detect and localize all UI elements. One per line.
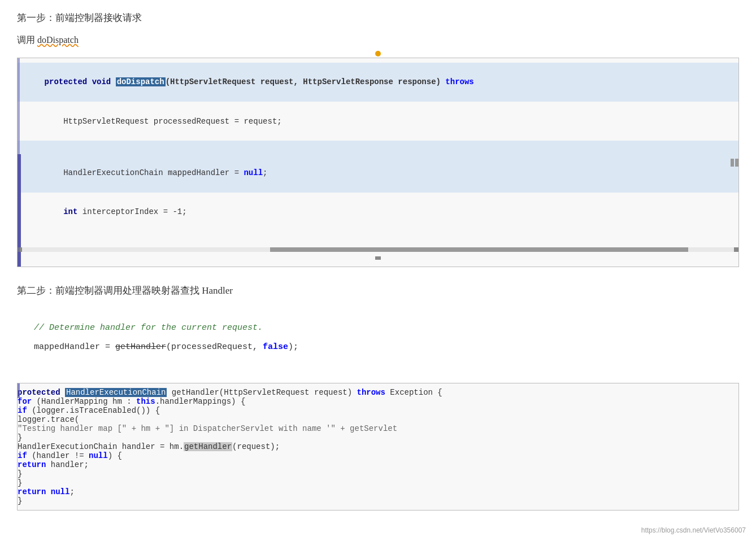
call-label: 调用 doDispatch [17,34,739,46]
handler-text2: (request); [232,442,280,451]
right-resize-handle[interactable] [735,159,738,167]
doDispatch-method: doDispatch [37,35,79,45]
resize-area [17,50,739,58]
keyword-if-1: if [18,406,32,415]
code-text-3b: ; [263,168,267,177]
keyword-void: void [92,77,116,86]
keyword-return: return [18,460,51,469]
code-line-2: HttpServletRequest processedRequest = re… [18,102,738,141]
code-line-close1: } [18,433,738,442]
code-line-first: protected HandlerExecutionChain getHandl… [18,388,738,397]
keyword-protected-2: protected [18,388,65,397]
code-line-1: protected void doDispatch(HttpServletReq… [18,63,738,102]
keyword-throws-1: throws [445,77,473,86]
code-line-if2: if (handler != null) { [18,451,738,460]
code-line-3: HandlerExecutionChain mappedHandler = nu… [18,141,738,193]
type-highlight: HandlerExecutionChain [65,388,167,397]
code-text-3a: HandlerExecutionChain mappedHandler = [45,168,244,177]
watermark: https://blog.csdn.net/VietVo356007 [641,526,746,534]
with-text: with [279,424,298,433]
brace2: } [18,469,22,478]
code-line-5 [18,232,738,245]
code-line-4: int interceptorIndex = -1; [18,193,738,232]
keyword-if-2: if [18,451,32,460]
step1-title: 第一步：前端控制器接收请求 [17,11,739,24]
left-side-marker [18,58,20,267]
call-prefix: 调用 [17,35,37,45]
method-close: ); [288,342,298,352]
method-doDispatch: doDispatch [116,77,166,86]
if-text3: ) { [108,451,122,460]
h-scrollbar-thumb[interactable] [270,247,688,252]
comment-line: // Determine handler for the current req… [34,320,722,337]
if-text1: (logger.isTraceEnabled()) { [32,406,160,415]
keyword-null-3: null [51,487,70,496]
code-line-trace: logger.trace( [18,415,738,424]
code-text-1: (HttpServletRequest request, HttpServlet… [166,77,446,86]
name-text: name '" + getServlet [298,424,397,433]
inline-code-section: // Determine handler for the current req… [17,308,739,367]
keyword-null: null [244,168,263,177]
mapped-handler-text: mappedHandler = [34,342,115,352]
step2-title: 第二步：前端控制器调用处理器映射器查找 Handler [17,284,739,297]
trace-text: logger.trace( [18,415,79,424]
keyword-false: false [263,342,288,352]
code-line-close-final: } [18,496,738,505]
right-resize-handle2[interactable] [731,159,734,167]
keyword-this: this [136,397,155,406]
semicolon: ; [69,487,74,496]
code-line-return2: return null; [18,487,738,496]
exception-text: Exception { [385,388,442,397]
keyword-for: for [18,397,37,406]
code-block-2: protected HandlerExecutionChain getHandl… [17,383,739,511]
code-line-handler: HandlerExecutionChain handler = hm.getHa… [18,442,738,451]
method-args: (processedRequest, [166,342,263,352]
code-line-if1: if (logger.isTraceEnabled()) { [18,406,738,415]
keyword-protected: protected [45,77,92,86]
h-scrollbar[interactable] [18,247,738,252]
left-marker-2 [18,383,20,398]
code-text-4: interceptorIndex = -1; [82,207,187,216]
keyword-throws-2: throws [357,388,385,397]
vertical-resize-handle[interactable] [375,51,381,56]
corner-resize[interactable] [734,247,738,252]
gethandler-text: getHandler(HttpServletRequest request) [167,388,357,397]
code-line-close2: } [18,469,738,478]
for-text2: .handlerMappings) { [155,397,246,406]
method-strikethrough: getHandler [115,342,166,352]
string-text: "Testing handler map [" + hm + "] in Dis… [18,424,279,433]
keyword-null-2: null [89,451,108,460]
code-line-close3: } [18,478,738,487]
code-line-return1: return handler; [18,460,738,469]
brace3: } [18,478,22,487]
code-text-2: HttpServletRequest processedRequest = re… [45,117,282,126]
keyword-return-null: return [18,487,51,496]
return-text: handler; [51,460,89,469]
bottom-resize-area [18,253,738,262]
brace-final: } [18,496,22,505]
method-gethandler: getHandler [184,442,232,451]
if-text2: (handler != [32,451,89,460]
brace1: } [18,433,22,442]
code-line-string: "Testing handler map [" + hm + "] in Dis… [18,424,738,433]
keyword-int: int [45,207,82,216]
for-text: (HandlerMapping hm : [37,397,136,406]
code-line-for: for (HandlerMapping hm : this.handlerMap… [18,397,738,406]
handler-text1: HandlerExecutionChain handler = hm. [18,442,184,451]
bottom-resize-handle[interactable] [375,256,381,260]
code-block-1: protected void doDispatch(HttpServletReq… [17,58,739,267]
mapped-handler-line: mappedHandler = getHandler(processedRequ… [34,339,722,356]
